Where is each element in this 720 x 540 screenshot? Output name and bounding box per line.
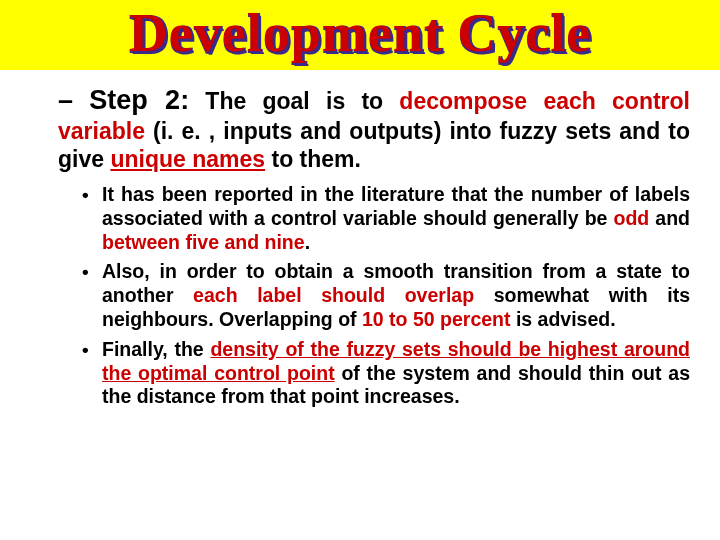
bullet-text: . bbox=[305, 231, 310, 253]
bullet-list: It has been reported in the literature t… bbox=[82, 183, 690, 409]
slide-body: – Step 2: The goal is to decompose each … bbox=[0, 70, 720, 409]
step-paragraph: – Step 2: The goal is to decompose each … bbox=[58, 84, 690, 173]
bullet-key: 10 to 50 percent bbox=[362, 308, 510, 330]
bullet-key: each label should overlap bbox=[193, 284, 474, 306]
title-band: Development Cycle bbox=[0, 0, 720, 70]
list-item: Also, in order to obtain a smooth transi… bbox=[82, 260, 690, 331]
step-label: Step 2: bbox=[89, 85, 189, 115]
bullet-text: Finally, the bbox=[102, 338, 210, 360]
step-dash: – bbox=[58, 85, 73, 115]
step-key-2: unique names bbox=[110, 146, 265, 172]
bullet-text: and bbox=[649, 207, 690, 229]
bullet-key: between five and nine bbox=[102, 231, 305, 253]
step-text-1: The goal is to bbox=[189, 88, 399, 114]
slide-title: Development Cycle bbox=[129, 3, 591, 63]
list-item: Finally, the density of the fuzzy sets s… bbox=[82, 338, 690, 409]
list-item: It has been reported in the literature t… bbox=[82, 183, 690, 254]
bullet-text: It has been reported in the literature t… bbox=[102, 183, 690, 229]
bullet-text: is advised. bbox=[511, 308, 616, 330]
slide: Development Cycle – Step 2: The goal is … bbox=[0, 0, 720, 540]
bullet-key: odd bbox=[613, 207, 649, 229]
step-text-3: to them. bbox=[265, 146, 361, 172]
